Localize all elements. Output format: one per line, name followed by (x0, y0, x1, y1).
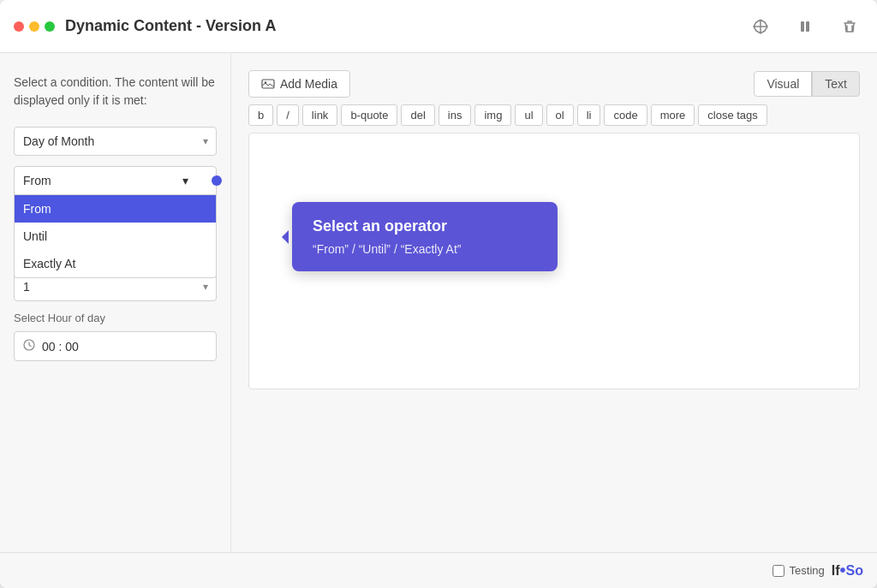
main-content: Select a condition. The content will be … (0, 53, 877, 552)
footer: Testing If • So (0, 552, 877, 588)
traffic-light-red[interactable] (14, 21, 24, 32)
hour-label: Select Hour of day (14, 312, 217, 324)
testing-checkbox[interactable] (773, 565, 785, 577)
logo-so: So (846, 563, 863, 579)
app-window: Dynamic Content - Version A (0, 0, 877, 588)
day-of-month-wrapper: Day of Month ▾ (14, 127, 217, 156)
clock-icon (23, 339, 35, 353)
text-view-button[interactable]: Text (812, 71, 860, 97)
format-code[interactable]: code (604, 104, 647, 126)
tooltip-body: “From” / “Until” / “Exactly At” (313, 242, 537, 256)
page-title: Dynamic Content - Version A (65, 17, 276, 35)
move-icon[interactable] (747, 13, 774, 40)
operator-option-from[interactable]: From (15, 195, 216, 223)
operator-arrow-icon: ▾ (182, 174, 188, 187)
format-ol[interactable]: ol (546, 104, 574, 126)
visual-view-button[interactable]: Visual (754, 71, 812, 97)
svg-rect-0 (801, 21, 804, 32)
right-panel: Add Media Visual Text b / link b-quote d… (231, 53, 877, 552)
view-buttons: Visual Text (754, 71, 860, 97)
connector-dot (212, 175, 222, 186)
format-close-tags[interactable]: close tags (698, 104, 767, 126)
title-bar-right (747, 13, 863, 40)
left-panel: Select a condition. The content will be … (0, 53, 231, 552)
operator-wrapper: From ▾ From Until Exactly At (14, 166, 217, 195)
traffic-light-yellow[interactable] (29, 21, 39, 32)
testing-text: Testing (790, 564, 825, 577)
trash-icon[interactable] (836, 13, 863, 40)
add-media-button[interactable]: Add Media (248, 70, 350, 98)
format-bold[interactable]: b (248, 104, 273, 126)
operator-option-until[interactable]: Until (15, 223, 216, 250)
operator-select[interactable]: From ▾ (14, 166, 217, 195)
pause-icon[interactable] (791, 13, 819, 40)
format-img[interactable]: img (474, 104, 511, 126)
format-italic[interactable]: / (277, 104, 299, 126)
hour-section: Select Hour of day 00 : 00 (14, 312, 217, 361)
day-of-month-select[interactable]: Day of Month (14, 127, 217, 156)
logo-dot: • (840, 561, 846, 580)
format-ul[interactable]: ul (515, 104, 542, 126)
traffic-light-green[interactable] (45, 21, 55, 32)
format-toolbar: b / link b-quote del ins img ul ol li co… (248, 104, 860, 126)
editor-area[interactable]: Select an operator “From” / “Until” / “E… (248, 133, 860, 389)
format-bquote[interactable]: b-quote (341, 104, 397, 126)
testing-label[interactable]: Testing (773, 564, 825, 577)
condition-description: Select a condition. The content will be … (14, 74, 217, 110)
format-link[interactable]: link (302, 104, 338, 126)
format-ins[interactable]: ins (438, 104, 472, 126)
editor-toolbar-top: Add Media Visual Text (248, 70, 860, 98)
format-del[interactable]: del (401, 104, 434, 126)
add-media-label: Add Media (280, 77, 337, 91)
operator-option-exactly[interactable]: Exactly At (15, 250, 216, 277)
title-bar: Dynamic Content - Version A (0, 0, 877, 53)
logo-if: If (832, 563, 840, 579)
tooltip-balloon: Select an operator “From” / “Until” / “E… (292, 202, 558, 271)
svg-rect-1 (806, 21, 809, 32)
time-value: 00 : 00 (42, 340, 79, 353)
format-li[interactable]: li (577, 104, 601, 126)
operator-selected-value: From (23, 174, 51, 187)
title-bar-left: Dynamic Content - Version A (14, 17, 276, 35)
time-input-wrapper[interactable]: 00 : 00 (14, 331, 217, 361)
ifso-logo: If • So (832, 561, 863, 580)
tooltip-title: Select an operator (313, 217, 537, 235)
operator-dropdown: From Until Exactly At (14, 195, 217, 278)
format-more[interactable]: more (651, 104, 695, 126)
traffic-lights (14, 21, 55, 32)
